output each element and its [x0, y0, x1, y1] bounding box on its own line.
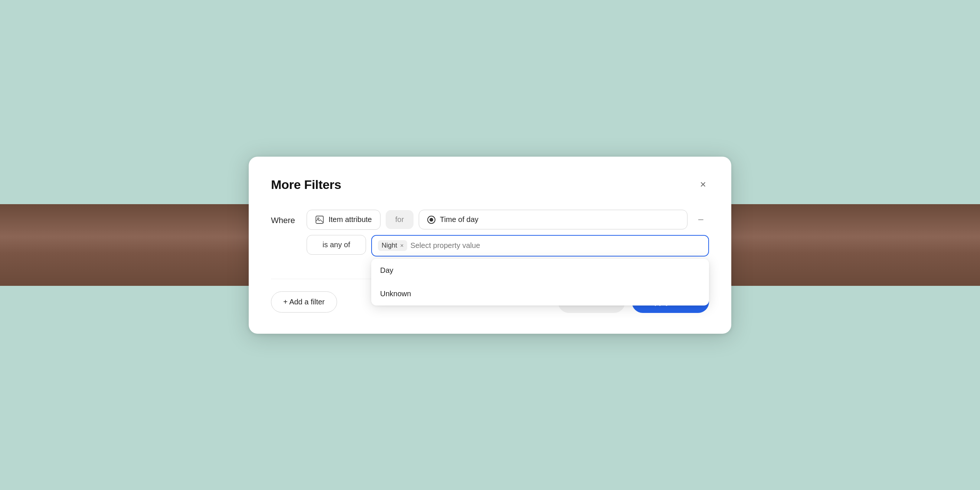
for-button[interactable]: for — [386, 210, 414, 229]
modal-title: More Filters — [271, 177, 341, 192]
night-tag: Night × — [378, 240, 407, 251]
time-of-day-button[interactable]: Time of day — [419, 210, 687, 229]
value-input-box[interactable]: Night × — [371, 235, 709, 256]
dropdown-item-day[interactable]: Day — [371, 259, 709, 282]
item-attribute-label: Item attribute — [329, 215, 372, 224]
radio-icon — [427, 216, 436, 224]
filter-controls: Item attribute for Time of day − is any … — [307, 210, 709, 256]
close-button[interactable]: × — [697, 178, 709, 191]
is-any-of-button[interactable]: is any of — [307, 235, 366, 255]
filter-row-bottom: is any of Night × Day Unknown — [307, 235, 709, 256]
more-filters-modal: More Filters × Where — [249, 157, 731, 334]
property-value-input[interactable] — [410, 241, 702, 250]
modal-wrapper: More Filters × Where — [249, 157, 731, 334]
filter-row-top: Item attribute for Time of day − — [307, 210, 709, 230]
remove-filter-button[interactable]: − — [693, 211, 709, 229]
filter-row: Where Item attribute — [271, 210, 709, 256]
item-attribute-button[interactable]: Item attribute — [307, 210, 380, 230]
value-input-container: Night × Day Unknown — [371, 235, 709, 256]
svg-point-1 — [318, 218, 319, 219]
time-of-day-label: Time of day — [440, 215, 479, 224]
dropdown-item-unknown[interactable]: Unknown — [371, 282, 709, 305]
image-icon — [315, 215, 324, 224]
night-tag-remove[interactable]: × — [400, 242, 404, 249]
modal-header: More Filters × — [271, 177, 709, 192]
add-filter-button[interactable]: + Add a filter — [271, 291, 337, 313]
night-tag-label: Night — [382, 242, 397, 250]
where-label: Where — [271, 210, 301, 225]
property-value-dropdown: Day Unknown — [371, 259, 709, 305]
